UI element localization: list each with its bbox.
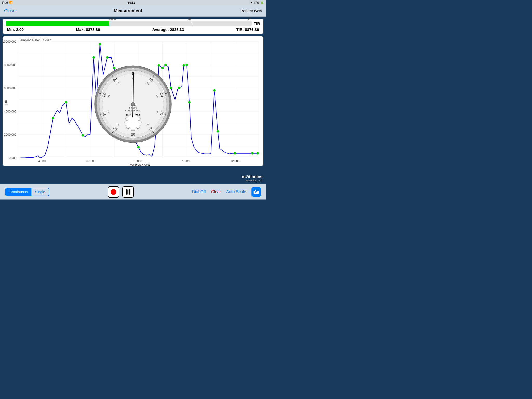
svg-point-39: [92, 56, 95, 58]
marker-2x-line: [193, 21, 193, 26]
dial-gauge: 0 10 20 30 40 50 60 70 80 90 0 90 80 70 …: [94, 65, 172, 143]
svg-point-51: [178, 87, 180, 89]
svg-point-56: [217, 130, 219, 132]
svg-point-54: [188, 101, 190, 103]
pause-icon: [126, 189, 130, 195]
motionics-logo: m⊙tionics Motionics, LLC: [242, 174, 262, 182]
pause-button[interactable]: [122, 186, 134, 198]
pause-bar-left: [126, 189, 128, 195]
close-button[interactable]: Close: [4, 8, 15, 14]
stat-max: Max: 8878.86: [76, 27, 100, 32]
wifi-icon: 📶: [9, 1, 12, 4]
stats-row: Min: 2.00 Max: 8878.86 Average: 2828.33 …: [6, 27, 260, 32]
svg-text:0.000: 0.000: [9, 156, 16, 159]
status-time: 14:51: [128, 1, 135, 4]
brand-sub: Motionics, LLC: [242, 179, 262, 182]
progress-row: 10000 2X 3X TIR: [6, 21, 260, 26]
camera-icon: [254, 190, 259, 194]
marker-10k: 10000: [109, 17, 116, 20]
svg-rect-121: [255, 190, 256, 191]
svg-point-58: [251, 152, 253, 154]
svg-point-52: [183, 64, 185, 66]
svg-point-57: [234, 152, 236, 154]
clear-button[interactable]: Clear: [211, 190, 221, 194]
battery-icon: 🔋: [260, 1, 264, 4]
svg-text:50: 50: [131, 132, 135, 137]
status-left: iPad 📶: [2, 1, 12, 4]
svg-point-55: [213, 89, 215, 91]
battery-percent: 47%: [254, 1, 259, 4]
media-controls: [108, 186, 134, 198]
svg-text:8.000: 8.000: [135, 159, 142, 163]
camera-button[interactable]: [251, 187, 261, 197]
svg-point-38: [82, 134, 84, 136]
svg-point-36: [52, 117, 54, 119]
status-bar: iPad 📶 14:51 ✶ 47% 🔋: [0, 0, 266, 5]
stat-min: Min: 2.00: [7, 27, 24, 32]
svg-text:6.000: 6.000: [87, 159, 94, 163]
svg-text:Time (Seconds): Time (Seconds): [127, 163, 150, 166]
svg-point-120: [256, 191, 257, 193]
device-label: iPad: [2, 1, 8, 4]
svg-point-37: [65, 101, 67, 103]
auto-scale-button[interactable]: Auto Scale: [226, 190, 246, 194]
svg-point-41: [106, 56, 108, 58]
svg-text:10.000: 10.000: [182, 159, 191, 163]
marker-2x: 2X: [188, 17, 191, 20]
svg-text:10000.000: 10000.000: [3, 40, 16, 43]
bottom-toolbar: Continuous Single Dial Off Clear Auto Sc…: [0, 184, 266, 200]
brand-name: m⊙tionics: [242, 174, 262, 179]
dial-off-button[interactable]: Dial Off: [192, 190, 206, 194]
svg-text:8000.000: 8000.000: [4, 63, 16, 66]
record-button[interactable]: [108, 186, 119, 198]
bluetooth-icon: ✶: [250, 1, 252, 4]
svg-text:μm: μm: [4, 100, 8, 104]
svg-text:4000.000: 4000.000: [4, 110, 16, 113]
record-dot-icon: [111, 189, 116, 195]
action-buttons: Dial Off Clear Auto Scale: [192, 187, 261, 197]
svg-text:2000.000: 2000.000: [4, 133, 16, 136]
stat-avg: Average: 2828.33: [152, 27, 184, 32]
stat-tir: TIR: 8876.86: [236, 27, 259, 32]
tir-header-label: TIR: [254, 21, 260, 26]
svg-point-45: [137, 146, 139, 148]
mode-segmented-control[interactable]: Continuous Single: [5, 188, 49, 196]
svg-text:12.000: 12.000: [230, 159, 240, 163]
svg-point-117: [132, 103, 134, 105]
progress-fill: [6, 21, 109, 26]
battery-label: Battery 64%: [241, 9, 262, 13]
svg-text:4.000: 4.000: [38, 159, 46, 163]
svg-point-59: [257, 152, 259, 154]
status-right: ✶ 47% 🔋: [250, 1, 264, 4]
chart-container: Sampling Rate: 5 S/sec 4.00 μm 10: [3, 36, 263, 166]
tir-container: 10000 2X 3X TIR Min: 2.00 Max: 8878.86 A…: [3, 19, 263, 34]
progress-track: 10000 2X 3X: [6, 21, 252, 26]
svg-point-53: [185, 64, 188, 66]
svg-point-40: [99, 43, 101, 45]
nav-bar: Close Measurement Battery 64%: [0, 5, 266, 17]
marker-3x: 3X: [248, 17, 251, 20]
single-button[interactable]: Single: [31, 188, 49, 196]
nav-title: Measurement: [114, 8, 142, 14]
svg-text:6000.000: 6000.000: [4, 87, 16, 90]
continuous-button[interactable]: Continuous: [6, 188, 31, 196]
pause-bar-right: [129, 189, 130, 195]
